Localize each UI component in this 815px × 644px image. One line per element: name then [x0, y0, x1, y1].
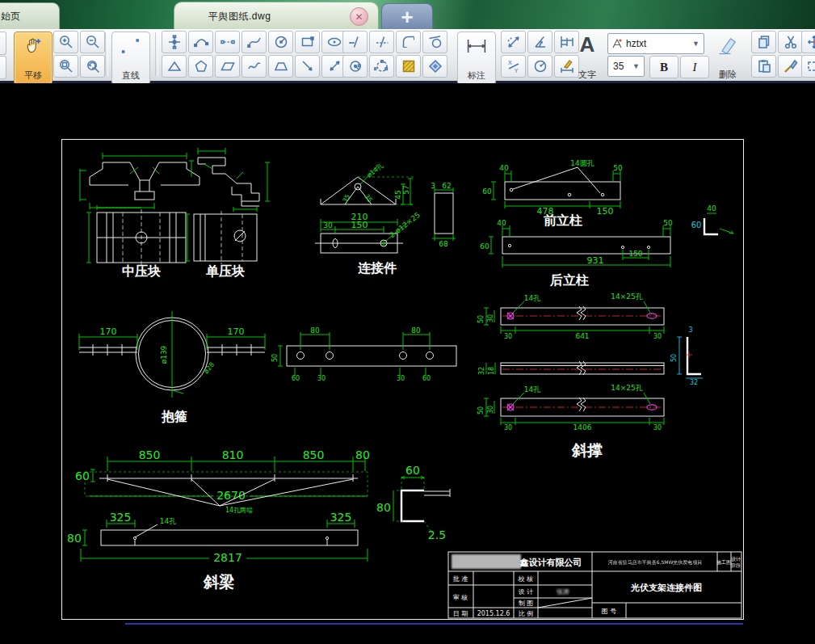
chevron-down-icon: ▼ [632, 62, 640, 70]
paste-icon [756, 58, 772, 74]
dim-label: 40 [497, 219, 506, 227]
drawing-title: 光伏支架连接件图 [630, 583, 702, 593]
approve-label: 批 准 [453, 575, 468, 583]
point-button[interactable] [162, 31, 187, 53]
circle-3pt-button[interactable] [369, 55, 394, 78]
redaction-blur [452, 554, 521, 569]
circle-radius-button[interactable] [268, 31, 293, 53]
text-button[interactable]: A 文字 [569, 32, 606, 83]
svg-text:X: X [508, 60, 512, 66]
new-tab-button[interactable]: + [381, 3, 433, 30]
dim-label: 325 [110, 511, 132, 524]
coordinate-dim-button[interactable]: XY [501, 55, 526, 78]
part-front-column: 14圆孔 40 50 60 478 150 前立柱 [482, 159, 623, 228]
distance-button[interactable] [215, 31, 240, 53]
parallelogram-button[interactable] [215, 55, 240, 78]
font-size-select[interactable]: 35 ▼ [607, 56, 645, 77]
part-angle-section: 50 32 3 [670, 326, 703, 386]
zoom-previous-button[interactable] [80, 55, 105, 78]
dim-label: 80 [355, 448, 370, 461]
scissors-icon [783, 34, 799, 50]
delete-button[interactable]: 删除 [709, 32, 746, 83]
date-label: 日 期 [453, 610, 468, 617]
dim-label: 35 [341, 193, 351, 204]
dim-label: 60 [405, 464, 420, 477]
circle-radius-icon [273, 34, 289, 50]
hand-pan-icon [23, 36, 44, 57]
tab-home-label: 始页 [1, 10, 20, 23]
project-name: 河南省驻马店市平舆县6.5MW光伏发电项目 [608, 559, 703, 566]
review-label: 审 核 [453, 594, 468, 601]
copy-button[interactable] [751, 31, 776, 53]
triangle-button[interactable] [162, 55, 187, 78]
radius-dim-button[interactable] [527, 55, 552, 78]
construction-line-icon [326, 58, 342, 74]
zoom-out-button[interactable] [80, 31, 105, 53]
toolbar-edge-button-1[interactable] [0, 32, 6, 55]
font-select-value: hztxt [626, 38, 646, 49]
toolbar: 平移 直线 标注 [0, 29, 815, 83]
tangent-circle-button[interactable] [422, 31, 447, 53]
italic-button[interactable]: I [680, 56, 709, 78]
brush-icon [783, 58, 799, 74]
rectangle-button[interactable] [295, 31, 320, 53]
check-label: 校 核 [518, 575, 534, 583]
dim-label: 150 [628, 250, 642, 258]
dimension-button[interactable]: 标注 [457, 32, 496, 85]
arc-button[interactable] [188, 31, 213, 53]
dim-label: 170 [228, 326, 245, 337]
dim-label: ø14孔 [366, 162, 386, 179]
trim-button[interactable] [342, 31, 368, 53]
dim-label: 14孔 [524, 294, 540, 302]
stage-phase-label2: 阶段 [731, 562, 741, 568]
cut-button[interactable] [778, 31, 803, 53]
plus-icon: + [401, 9, 413, 25]
dim-label: 40 [707, 204, 716, 213]
angular-dim-button[interactable] [527, 31, 552, 53]
viewport-button[interactable] [801, 55, 815, 78]
extend-icon [374, 34, 390, 50]
cad-canvas[interactable]: 中压块 单压块 ø14孔 35 35 45 57 2-ø12×25 [0, 83, 815, 644]
bold-button[interactable]: B [649, 56, 678, 78]
polyline-button[interactable] [242, 31, 267, 53]
fillet-button[interactable] [396, 31, 421, 53]
line-button[interactable]: 直线 [111, 32, 150, 85]
zoom-in-button[interactable] [53, 31, 78, 53]
dim-label: 14孔 [524, 385, 540, 394]
spline-button[interactable] [242, 55, 267, 78]
part-brace-bar2: 32 18 [478, 361, 664, 375]
extend-button[interactable] [369, 31, 394, 53]
part-label: 单压块 [206, 263, 245, 279]
part-rear-column: 40 50 60 150 931 后立柱 [480, 219, 673, 288]
part-channel-detail: 60 80 2.5 [376, 464, 450, 541]
part-label: 后立柱 [549, 272, 589, 288]
paste-button[interactable] [751, 55, 776, 78]
pan-button[interactable]: 平移 [14, 32, 53, 85]
tangent-circle-icon [427, 34, 443, 50]
tab-document[interactable]: 平舆图纸.dwg ✕ [174, 2, 379, 30]
ray-button[interactable] [295, 55, 320, 78]
tab-bar: 始页 平舆图纸.dwg ✕ + [0, 0, 815, 29]
part-label: 前立柱 [543, 213, 582, 228]
toolbar-edge-button-2[interactable] [0, 56, 6, 79]
zoom-window-button[interactable] [53, 55, 78, 78]
move-button[interactable] [801, 31, 815, 53]
italic-label: I [693, 61, 697, 74]
dim-label: 35 [363, 193, 373, 204]
font-select[interactable]: hztxt ▼ [607, 33, 704, 54]
dim-label: 850 [303, 448, 325, 461]
gradient-fill-button[interactable] [422, 55, 447, 78]
zoom-previous-icon [85, 58, 101, 74]
aligned-dim-button[interactable] [501, 31, 526, 53]
tab-home[interactable]: 始页 [0, 2, 60, 30]
circle-2pt-button[interactable] [342, 55, 368, 78]
delete-label: 删除 [719, 69, 737, 81]
date-value: 2015.12.6 [477, 610, 510, 617]
close-tab-icon[interactable]: ✕ [350, 7, 368, 26]
stage-label: 施工图 [716, 559, 731, 566]
dim-label: 30 [323, 221, 333, 229]
format-painter-button[interactable] [778, 55, 803, 78]
hatch-button[interactable] [396, 55, 421, 78]
polygon-button[interactable] [188, 55, 213, 78]
trapezoid-button[interactable] [268, 55, 293, 78]
